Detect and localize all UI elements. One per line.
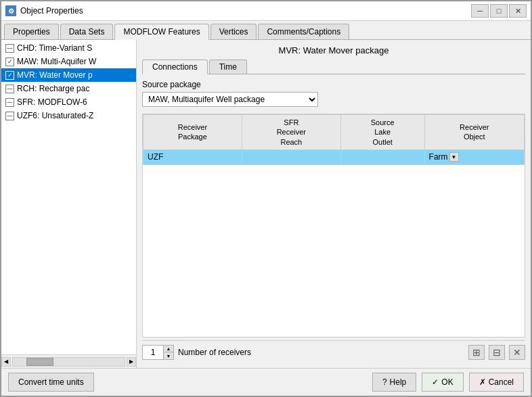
sfr-checkbox[interactable]: ─ — [5, 98, 14, 107]
mvr-checkbox[interactable]: ✓ — [5, 71, 14, 80]
tab-modflow-features[interactable]: MODFLOW Features — [114, 24, 208, 40]
col-receiver-object: ReceiverObject — [424, 115, 524, 150]
window-controls: ─ □ ✕ — [471, 4, 527, 18]
copy-rows-button[interactable]: ⊞ — [468, 345, 485, 360]
cancel-button[interactable]: ✗ Cancel — [469, 373, 524, 392]
receiver-object-value: Farm — [429, 152, 448, 162]
sub-tab-connections[interactable]: Connections — [142, 60, 208, 74]
sidebar-item-maw[interactable]: ✓ MAW: Multi-Aquifer W — [1, 55, 136, 68]
cell-source-lake-outlet[interactable] — [340, 149, 424, 164]
col-receiver-package: ReceiverPackage — [143, 115, 242, 150]
col-sfr-receiver-reach: SFRReceiverReach — [242, 115, 340, 150]
convert-time-units-button[interactable]: Convert time units — [8, 373, 94, 392]
main-window: ⚙ Object Properties ─ □ ✕ Properties Dat… — [0, 0, 532, 397]
ok-label: OK — [441, 377, 453, 387]
check-icon: ✓ — [432, 377, 439, 387]
sub-tab-time[interactable]: Time — [209, 60, 247, 74]
sidebar-item-chd[interactable]: ─ CHD: Time-Variant S — [1, 41, 136, 55]
help-button[interactable]: ? Help — [372, 373, 416, 392]
connections-table-container: ReceiverPackage SFRReceiverReach SourceL… — [142, 114, 525, 337]
question-icon: ? — [382, 377, 387, 387]
paste-rows-button[interactable]: ⊟ — [489, 345, 505, 360]
spin-down-button[interactable]: ▼ — [164, 352, 173, 359]
sidebar-item-rch[interactable]: ─ RCH: Recharge pac — [1, 82, 136, 95]
chd-checkbox[interactable]: ─ — [5, 44, 14, 53]
sidebar-item-mvr-label: MVR: Water Mover p — [17, 70, 93, 80]
title-bar: ⚙ Object Properties ─ □ ✕ — [1, 1, 531, 21]
help-label: Help — [390, 377, 407, 387]
main-tabs: Properties Data Sets MODFLOW Features Ve… — [1, 21, 531, 40]
sidebar-scroll-track[interactable] — [12, 357, 125, 367]
sidebar-item-uzf6[interactable]: ─ UZF6: Unsaturated-Z — [1, 109, 136, 122]
source-package-select-group: MAW, Multiaquifer Well package — [142, 92, 525, 107]
sidebar-scroll-right[interactable]: ▶ — [127, 357, 136, 367]
cancel-label: Cancel — [489, 377, 514, 387]
tab-data-sets[interactable]: Data Sets — [60, 24, 114, 39]
sidebar-scroll-thumb[interactable] — [26, 358, 53, 366]
maw-checkbox[interactable]: ✓ — [5, 57, 14, 66]
right-panel: MVR: Water Mover package Connections Tim… — [137, 40, 531, 368]
sidebar-item-mvr[interactable]: ✓ MVR: Water Mover p — [1, 68, 136, 82]
sidebar-item-uzf6-label: UZF6: Unsaturated-Z — [17, 111, 93, 120]
sidebar-item-rch-label: RCH: Recharge pac — [17, 84, 89, 93]
ok-button[interactable]: ✓ OK — [422, 373, 463, 392]
sidebar-scrollbar[interactable]: ◀ ▶ — [1, 354, 136, 368]
sidebar: ─ CHD: Time-Variant S ✓ MAW: Multi-Aquif… — [1, 40, 137, 124]
tab-properties[interactable]: Properties — [4, 24, 59, 39]
cell-receiver-package[interactable]: UZF — [143, 149, 242, 164]
rch-checkbox[interactable]: ─ — [5, 85, 14, 93]
source-package-dropdown[interactable]: MAW, Multiaquifer Well package — [142, 92, 318, 107]
minimize-button[interactable]: ─ — [471, 4, 489, 18]
panel-title: MVR: Water Mover package — [142, 45, 525, 55]
cell-sfr-receiver-reach[interactable] — [242, 149, 340, 164]
window-icon: ⚙ — [5, 5, 16, 16]
spin-up-button[interactable]: ▲ — [164, 346, 173, 352]
num-receivers-field[interactable] — [143, 346, 163, 359]
cross-icon: ✗ — [479, 377, 486, 387]
source-package-label: Source package — [142, 80, 525, 89]
num-receivers-input-group: ▲ ▼ — [142, 345, 174, 360]
table-row[interactable]: UZF Farm ▼ — [143, 149, 525, 164]
tab-comments-captions[interactable]: Comments/Captions — [258, 24, 349, 39]
sidebar-scroll-left[interactable]: ◀ — [1, 357, 11, 367]
cell-receiver-object[interactable]: Farm ▼ — [424, 149, 524, 164]
connections-table: ReceiverPackage SFRReceiverReach SourceL… — [143, 114, 525, 165]
uzf6-checkbox[interactable]: ─ — [5, 112, 14, 120]
footer-bar: Convert time units ? Help ✓ OK ✗ Cancel — [1, 368, 531, 396]
col-source-lake-outlet: SourceLakeOutlet — [340, 115, 424, 150]
main-content: ─ CHD: Time-Variant S ✓ MAW: Multi-Aquif… — [1, 40, 531, 368]
bottom-controls: ▲ ▼ Number of receivers ⊞ ⊟ ✕ — [142, 340, 525, 363]
maximize-button[interactable]: □ — [490, 4, 508, 18]
num-receivers-label: Number of receivers — [178, 348, 251, 357]
tab-vertices[interactable]: Vertices — [210, 24, 257, 39]
sidebar-item-chd-label: CHD: Time-Variant S — [17, 43, 92, 53]
delete-rows-button[interactable]: ✕ — [509, 345, 525, 360]
receiver-object-dropdown-btn[interactable]: ▼ — [449, 152, 459, 162]
close-button[interactable]: ✕ — [509, 4, 527, 18]
sidebar-item-sfr[interactable]: ─ SFR: MODFLOW-6 — [1, 95, 136, 109]
sidebar-item-sfr-label: SFR: MODFLOW-6 — [17, 97, 87, 107]
window-title: Object Properties — [20, 6, 467, 16]
num-receivers-spinner: ▲ ▼ — [163, 346, 173, 359]
sub-tabs: Connections Time — [142, 60, 525, 74]
receiver-object-cell: Farm ▼ — [429, 152, 520, 162]
sidebar-item-maw-label: MAW: Multi-Aquifer W — [17, 57, 96, 66]
